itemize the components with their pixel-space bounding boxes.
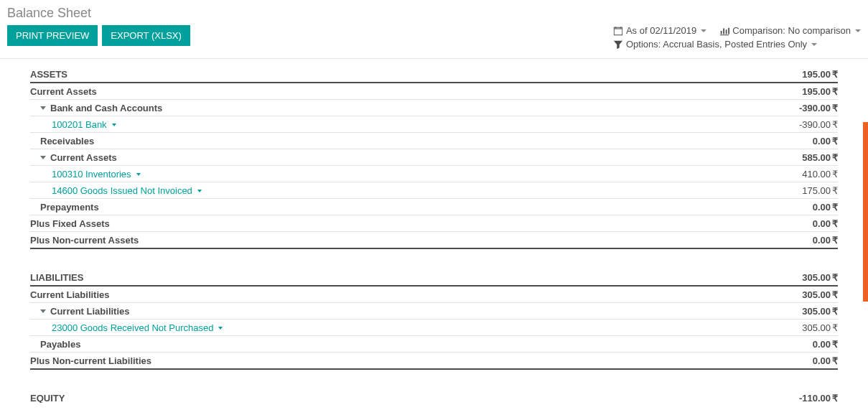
bank-account-label: 100201 Bank <box>52 119 107 130</box>
fixed-assets-label: Plus Fixed Assets <box>30 218 110 229</box>
date-filter-dropdown[interactable]: As of 02/11/2019 <box>613 25 706 36</box>
bank-account-row[interactable]: 100201 Bank -390.00₹ <box>30 116 838 133</box>
bank-account-value: -390.00 <box>799 119 831 130</box>
filter-icon <box>613 39 623 50</box>
caret-down-icon <box>197 190 202 192</box>
equity-value: -110.00 <box>799 393 831 403</box>
caret-down-icon <box>112 124 116 126</box>
bank-cash-value: -390.00 <box>799 103 831 113</box>
goods-issued-row[interactable]: 14600 Goods Issued Not Invoiced 175.00₹ <box>30 182 838 199</box>
liabilities-value: 305.00 <box>802 272 831 283</box>
current-liabilities-value: 305.00 <box>802 289 831 300</box>
payables-value: 0.00 <box>813 339 831 350</box>
calendar-icon <box>613 26 623 36</box>
goods-received-value: 305.00 <box>802 322 831 333</box>
caret-down-icon <box>40 309 46 313</box>
payables-row: Payables 0.00₹ <box>30 336 838 353</box>
current-assets-sub-row[interactable]: Current Assets 585.00₹ <box>30 149 838 166</box>
caret-down-icon <box>811 43 817 46</box>
receivables-label: Receivables <box>30 136 94 146</box>
inventories-row[interactable]: 100310 Inventories 410.00₹ <box>30 166 838 182</box>
liabilities-label: LIABILITIES <box>30 272 83 283</box>
prepayments-value: 0.00 <box>813 202 831 213</box>
receivables-value: 0.00 <box>813 136 831 146</box>
inventories-label: 100310 Inventories <box>52 169 131 180</box>
toolbar-left: PRINT PREVIEW EXPORT (XLSX) <box>7 25 190 46</box>
print-preview-button[interactable]: PRINT PREVIEW <box>7 25 98 46</box>
bank-cash-row[interactable]: Bank and Cash Accounts -390.00₹ <box>30 100 838 116</box>
current-assets-sub-value: 585.00 <box>802 152 831 163</box>
current-liabilities-sub-value: 305.00 <box>802 306 831 317</box>
caret-down-icon <box>136 173 141 176</box>
toolbar-right: As of 02/11/2019 Comparison: No comparis… <box>613 25 861 50</box>
export-xlsx-button[interactable]: EXPORT (XLSX) <box>102 25 190 46</box>
bar-chart-icon <box>719 26 729 36</box>
prepayments-label: Prepayments <box>30 202 99 213</box>
payables-label: Payables <box>30 339 80 350</box>
report-content: ASSETS 195.00₹ Current Assets 195.00₹ Ba… <box>0 59 868 403</box>
current-liabilities-row: Current Liabilities 305.00₹ <box>30 286 838 303</box>
liabilities-header-row: LIABILITIES 305.00₹ <box>30 269 838 286</box>
goods-received-label: 23000 Goods Received Not Purchased <box>52 322 213 333</box>
caret-down-icon <box>40 156 46 159</box>
assets-header-row: ASSETS 195.00₹ <box>30 66 838 83</box>
caret-down-icon <box>218 327 223 330</box>
equity-header-row: EQUITY -110.00₹ <box>30 390 838 403</box>
inventories-value: 410.00 <box>802 169 831 180</box>
current-liabilities-label: Current Liabilities <box>30 289 110 300</box>
page-title: Balance Sheet <box>7 6 861 21</box>
prepayments-row: Prepayments 0.00₹ <box>30 199 838 215</box>
caret-down-icon <box>40 106 46 110</box>
comparison-filter-dropdown[interactable]: Comparison: No comparison <box>719 25 861 36</box>
caret-down-icon <box>701 29 706 32</box>
equity-label: EQUITY <box>30 393 65 403</box>
non-current-liabilities-value: 0.00 <box>813 355 831 366</box>
options-filter-label: Options: Accrual Basis, Posted Entries O… <box>626 39 807 50</box>
current-assets-label: Current Assets <box>30 86 97 97</box>
receivables-row: Receivables 0.00₹ <box>30 133 838 149</box>
options-filter-dropdown[interactable]: Options: Accrual Basis, Posted Entries O… <box>613 39 861 50</box>
goods-issued-label: 14600 Goods Issued Not Invoiced <box>52 185 192 196</box>
current-assets-row: Current Assets 195.00₹ <box>30 83 838 100</box>
fixed-assets-row: Plus Fixed Assets 0.00₹ <box>30 215 838 232</box>
non-current-assets-value: 0.00 <box>813 235 831 246</box>
goods-issued-value: 175.00 <box>802 185 831 196</box>
goods-received-row[interactable]: 23000 Goods Received Not Purchased 305.0… <box>30 320 838 336</box>
bank-cash-label: Bank and Cash Accounts <box>50 103 162 113</box>
current-liabilities-sub-row[interactable]: Current Liabilities 305.00₹ <box>30 303 838 320</box>
section-spacer <box>30 249 838 269</box>
report-header: Balance Sheet PRINT PREVIEW EXPORT (XLSX… <box>0 0 868 59</box>
non-current-assets-label: Plus Non-current Assets <box>30 235 139 246</box>
non-current-liabilities-row: Plus Non-current Liabilities 0.00₹ <box>30 353 838 370</box>
assets-value: 195.00 <box>802 69 831 80</box>
current-assets-value: 195.00 <box>802 86 831 97</box>
section-spacer <box>30 370 838 390</box>
date-filter-label: As of 02/11/2019 <box>626 25 696 36</box>
caret-down-icon <box>855 29 861 32</box>
fixed-assets-value: 0.00 <box>813 218 831 229</box>
toolbar: PRINT PREVIEW EXPORT (XLSX) As of 02/11/… <box>7 25 861 50</box>
current-assets-sub-label: Current Assets <box>50 152 117 163</box>
comparison-filter-label: Comparison: No comparison <box>732 25 851 36</box>
current-liabilities-sub-label: Current Liabilities <box>50 306 130 317</box>
non-current-liabilities-label: Plus Non-current Liabilities <box>30 355 151 366</box>
non-current-assets-row: Plus Non-current Assets 0.00₹ <box>30 232 838 249</box>
scrollbar-thumb[interactable] <box>863 122 868 302</box>
assets-label: ASSETS <box>30 69 67 80</box>
